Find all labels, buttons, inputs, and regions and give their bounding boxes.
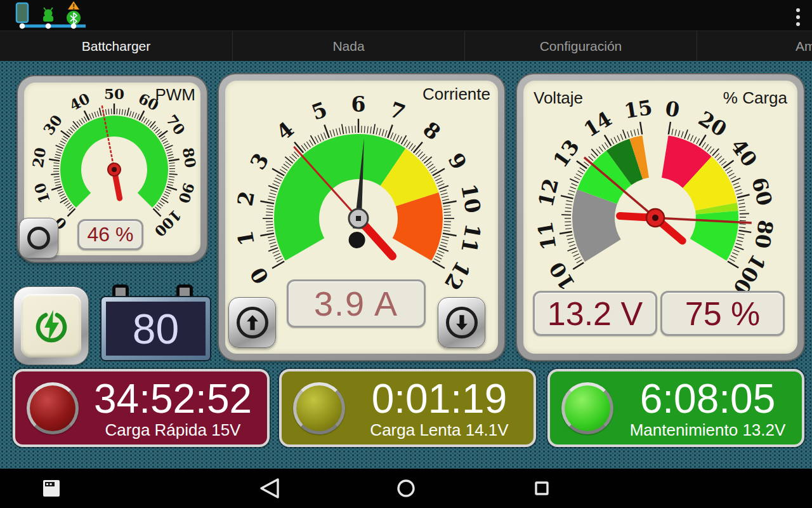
pwm-mode-button[interactable]	[19, 218, 58, 258]
circle-icon	[27, 227, 50, 250]
recents-button[interactable]	[536, 483, 547, 494]
svg-text:10: 10	[544, 258, 580, 295]
svg-text:9: 9	[443, 149, 471, 173]
battery-widget[interactable]: 80	[102, 284, 210, 360]
svg-text:50: 50	[104, 85, 124, 102]
current-increase-button[interactable]	[228, 297, 276, 348]
svg-text:0: 0	[245, 263, 273, 288]
svg-text:12: 12	[440, 257, 476, 294]
voltaje-gauge-panel: 101112131415020406080100 Voltaje % Carga…	[517, 74, 804, 360]
svg-text:2: 2	[233, 189, 259, 208]
android-navigation-bar	[0, 469, 812, 508]
mantenimiento-timer: 6:08:05	[613, 378, 802, 419]
voltage-value-display: 13.2 V	[533, 291, 657, 336]
power-button[interactable]	[13, 286, 89, 365]
svg-text:11: 11	[456, 222, 485, 255]
corriente-value-display: 3.9 A	[287, 279, 426, 328]
carga-rapida-label: Carga Rápida 15V	[79, 422, 267, 438]
arrow-down-icon	[446, 307, 478, 338]
tab-configuracion[interactable]: Configuración	[464, 31, 697, 61]
status-bar	[0, 0, 812, 30]
svg-text:40: 40	[67, 90, 93, 114]
svg-text:6: 6	[351, 92, 366, 117]
voltaje-title: Voltaje	[534, 88, 583, 108]
svg-text:10: 10	[30, 181, 53, 206]
svg-text:1: 1	[233, 229, 259, 248]
battcharger-app: Battcharger Nada Configuración Ampe 0102…	[0, 0, 812, 508]
carga-rapida-panel: 34:52:52 Carga Rápida 15V	[13, 369, 270, 447]
carga-lenta-panel: 0:01:19 Carga Lenta 14.1V	[279, 369, 536, 447]
mantenimiento-label: Mantenimiento 13.2V	[613, 422, 802, 438]
svg-text:4: 4	[272, 117, 299, 145]
svg-text:0: 0	[664, 97, 681, 123]
carga-title: % Carga	[723, 88, 787, 108]
tab-bar: Battcharger Nada Configuración Ampe	[0, 30, 812, 61]
svg-text:13: 13	[548, 135, 584, 172]
overflow-menu-icon[interactable]	[793, 5, 803, 27]
svg-text:70: 70	[163, 112, 189, 138]
mantenimiento-panel: 6:08:05 Mantenimiento 13.2V	[547, 369, 804, 447]
svg-text:8: 8	[418, 117, 445, 145]
carga-lenta-label: Carga Lenta 14.1V	[345, 422, 534, 438]
charge-value-display: 75 %	[660, 291, 785, 336]
corriente-gauge-panel: 0123456789101112 Corriente 3.9 A	[219, 74, 504, 360]
battery-count: 80	[102, 297, 210, 360]
carga-rapida-timer: 34:52:52	[79, 378, 267, 419]
svg-text:10: 10	[456, 182, 485, 215]
tab-nada[interactable]: Nada	[232, 31, 464, 61]
arrow-up-icon	[237, 307, 268, 338]
svg-text:30: 30	[40, 112, 66, 138]
svg-text:12: 12	[534, 176, 563, 209]
svg-text:5: 5	[308, 97, 331, 126]
power-bolt-icon	[32, 306, 71, 345]
svg-text:40: 40	[726, 135, 762, 171]
svg-text:15: 15	[622, 95, 654, 123]
carga-lenta-timer: 0:01:19	[345, 378, 534, 419]
notification-icons	[4, 0, 99, 30]
svg-text:20: 20	[29, 146, 49, 169]
usb-device-icon	[16, 3, 28, 22]
svg-text:7: 7	[386, 97, 409, 126]
pwm-value-display: 46 %	[77, 219, 143, 250]
led-green-icon	[561, 382, 613, 434]
svg-text:3: 3	[245, 149, 273, 173]
tab-battcharger[interactable]: Battcharger	[0, 31, 232, 61]
svg-text:20: 20	[694, 107, 731, 142]
home-button[interactable]	[398, 481, 414, 496]
svg-text:90: 90	[175, 181, 198, 206]
svg-text:80: 80	[750, 218, 778, 250]
led-olive-icon	[293, 382, 345, 434]
svg-text:14: 14	[579, 107, 616, 142]
svg-text:11: 11	[533, 220, 561, 251]
dashboard: 0102030405060708090100 PWM 46 % 01234567…	[0, 61, 812, 469]
led-red-icon	[27, 382, 79, 434]
window-icon[interactable]	[43, 480, 60, 497]
current-decrease-button[interactable]	[438, 297, 485, 348]
tab-amperimetro[interactable]: Ampe	[697, 31, 812, 61]
svg-text:80: 80	[180, 146, 200, 169]
back-button[interactable]	[261, 479, 278, 497]
pwm-title: PWM	[155, 85, 195, 105]
svg-text:60: 60	[747, 175, 777, 208]
pwm-gauge-panel: 0102030405060708090100 PWM 46 %	[18, 76, 207, 262]
corriente-title: Corriente	[422, 84, 490, 104]
